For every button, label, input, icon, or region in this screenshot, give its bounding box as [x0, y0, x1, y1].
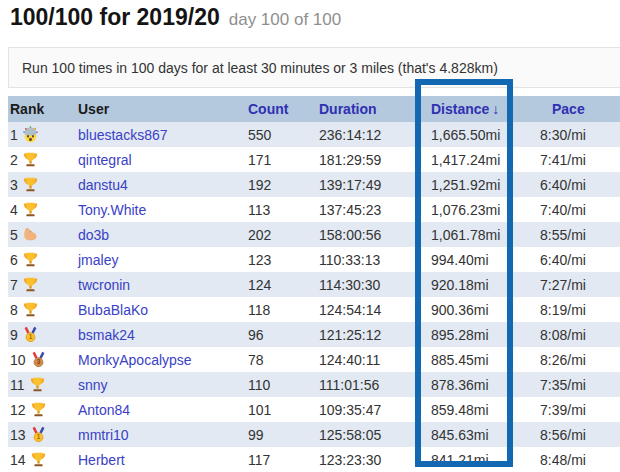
rank-number: 7 — [10, 277, 18, 293]
count-cell: 78 — [245, 347, 313, 372]
rank-cell: 12 — [8, 397, 76, 422]
count-cell: 113 — [245, 197, 313, 222]
column-header-distance[interactable]: Distance ↓ — [415, 96, 513, 122]
challenge-description: Run 100 times in 100 days for at least 3… — [22, 60, 498, 76]
user-cell: Herbert — [76, 447, 245, 472]
duration-cell: 109:35:47 — [313, 397, 415, 422]
username-link[interactable]: snny — [78, 377, 108, 393]
count-cell: 171 — [245, 147, 313, 172]
trophy-icon — [22, 301, 39, 318]
username-link[interactable]: Herbert — [78, 452, 125, 468]
rank-number: 9 — [10, 327, 18, 343]
exploding-head-icon — [22, 126, 39, 143]
rank-cell: 2 — [8, 147, 76, 172]
rank-number: 4 — [10, 202, 18, 218]
rank-cell: 1 — [8, 122, 76, 147]
user-cell: MonkyApocalypse — [76, 347, 245, 372]
gold-medal-icon: 1 — [22, 326, 39, 343]
distance-cell: 859.48mi — [415, 397, 513, 422]
rank-cell: 11 — [8, 372, 76, 397]
rank-number: 3 — [10, 177, 18, 193]
rank-cell: 3 — [8, 172, 76, 197]
trophy-icon — [22, 276, 39, 293]
username-link[interactable]: danstu4 — [78, 177, 128, 193]
username-link[interactable]: jmaley — [78, 252, 118, 268]
table-row: 1 bluestacks867 550 236:14:12 1,665.50mi… — [8, 122, 620, 147]
username-link[interactable]: bsmak24 — [78, 327, 135, 343]
username-link[interactable]: twcronin — [78, 277, 130, 293]
duration-cell: 124:54:14 — [313, 297, 415, 322]
username-link[interactable]: Anton84 — [78, 402, 130, 418]
duration-cell: 125:58:05 — [313, 422, 415, 447]
distance-cell: 878.36mi — [415, 372, 513, 397]
count-cell: 123 — [245, 247, 313, 272]
rank-cell: 7 — [8, 272, 76, 297]
distance-cell: 885.45mi — [415, 347, 513, 372]
user-cell: danstu4 — [76, 172, 245, 197]
pace-cell: 7:41/mi — [513, 147, 620, 172]
svg-text:3: 3 — [36, 358, 40, 365]
username-link[interactable]: Tony.White — [78, 202, 146, 218]
column-header-pace[interactable]: Pace — [513, 96, 620, 122]
distance-cell: 845.63mi — [415, 422, 513, 447]
user-cell: Anton84 — [76, 397, 245, 422]
rank-cell: 9 1 — [8, 322, 76, 347]
user-cell: bsmak24 — [76, 322, 245, 347]
trophy-icon — [22, 176, 39, 193]
trophy-icon — [30, 401, 47, 418]
rank-number: 13 — [10, 427, 26, 443]
column-header-distance-label: Distance — [431, 101, 489, 117]
user-cell: twcronin — [76, 272, 245, 297]
username-link[interactable]: mmtri10 — [78, 427, 129, 443]
distance-cell: 1,665.50mi — [415, 122, 513, 147]
rank-cell: 6 — [8, 247, 76, 272]
pace-cell: 6:40/mi — [513, 172, 620, 197]
column-header-count[interactable]: Count — [245, 96, 313, 122]
count-cell: 110 — [245, 372, 313, 397]
rank-number: 5 — [10, 227, 18, 243]
table-row: 11 snny 110 111:01:56 878.36mi 7:35/mi — [8, 372, 620, 397]
duration-cell: 111:01:56 — [313, 372, 415, 397]
rank-number: 2 — [10, 152, 18, 168]
distance-cell: 900.36mi — [415, 297, 513, 322]
duration-cell: 236:14:12 — [313, 122, 415, 147]
rank-number: 6 — [10, 252, 18, 268]
pace-cell: 8:48/mi — [513, 447, 620, 472]
distance-cell: 895.28mi — [415, 322, 513, 347]
distance-cell: 994.40mi — [415, 247, 513, 272]
distance-cell: 1,061.78mi — [415, 222, 513, 247]
duration-cell: 158:00:56 — [313, 222, 415, 247]
rank-cell: 8 — [8, 297, 76, 322]
table-row: 2 qintegral 171 181:29:59 1,417.24mi 7:4… — [8, 147, 620, 172]
username-link[interactable]: qintegral — [78, 152, 132, 168]
svg-text:1: 1 — [36, 433, 40, 440]
column-header-user: User — [76, 96, 245, 122]
username-link[interactable]: BubaBlaKo — [78, 302, 148, 318]
user-cell: qintegral — [76, 147, 245, 172]
rank-cell: 5 — [8, 222, 76, 247]
table-row: 14 Herbert 117 123:23:30 841.21mi 8:48/m… — [8, 447, 620, 472]
distance-cell: 1,251.92mi — [415, 172, 513, 197]
duration-cell: 114:30:30 — [313, 272, 415, 297]
rank-number: 11 — [10, 377, 25, 393]
username-link[interactable]: do3b — [78, 227, 109, 243]
user-cell: Tony.White — [76, 197, 245, 222]
trophy-icon — [22, 251, 39, 268]
rank-cell: 13 1 — [8, 422, 76, 447]
username-link[interactable]: MonkyApocalypse — [78, 352, 192, 368]
svg-text:1: 1 — [29, 333, 33, 340]
pace-cell: 8:55/mi — [513, 222, 620, 247]
rank-cell: 14 — [8, 447, 76, 472]
trophy-icon — [22, 201, 39, 218]
user-cell: do3b — [76, 222, 245, 247]
table-row: 6 jmaley 123 110:33:13 994.40mi 6:40/mi — [8, 247, 620, 272]
table-row: 10 3 MonkyApocalypse 78 124:40:11 885.45… — [8, 347, 620, 372]
duration-cell: 137:45:23 — [313, 197, 415, 222]
user-cell: mmtri10 — [76, 422, 245, 447]
pace-cell: 6:40/mi — [513, 247, 620, 272]
column-header-duration[interactable]: Duration — [313, 96, 415, 122]
challenge-day-progress: day 100 of 100 — [229, 10, 341, 29]
trophy-icon — [22, 151, 39, 168]
duration-cell: 123:23:30 — [313, 447, 415, 472]
username-link[interactable]: bluestacks867 — [78, 127, 168, 143]
